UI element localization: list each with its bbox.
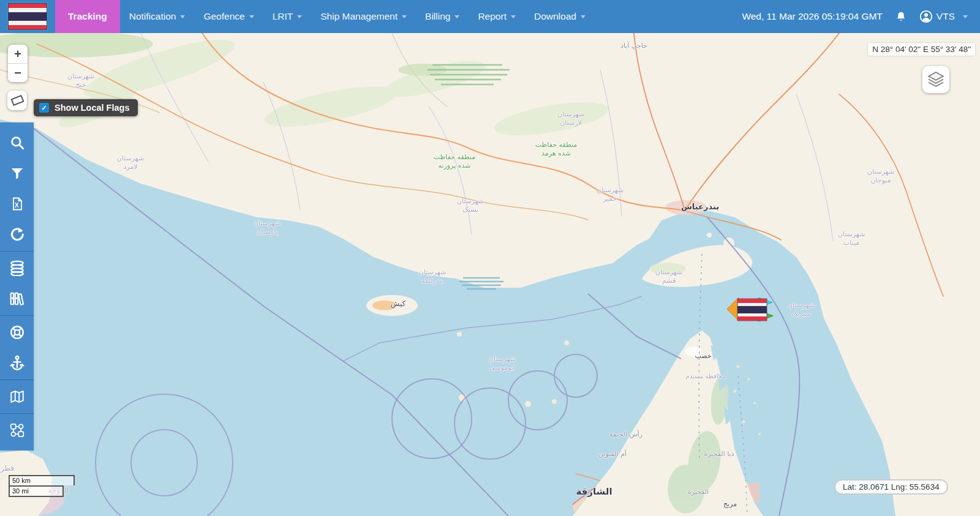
chevron-down-icon	[297, 15, 302, 18]
lifebuoy-icon	[9, 324, 25, 340]
zoom-out-button[interactable]: −	[8, 64, 28, 82]
nav-item-ship-management[interactable]: Ship Management	[311, 0, 416, 33]
ruler-icon	[10, 95, 24, 106]
zoom-in-button[interactable]: +	[8, 45, 28, 64]
nav-item-label: Geofence	[203, 11, 244, 22]
chevron-down-icon	[581, 15, 586, 18]
nav-item-label: LRIT	[273, 11, 293, 22]
layers-button[interactable]	[922, 66, 949, 93]
nav-item-billing[interactable]: Billing	[416, 0, 469, 33]
filter-tool-button[interactable]	[0, 158, 34, 189]
nav-item-download[interactable]: Download	[525, 0, 595, 33]
thailand-flag-logo-icon	[8, 3, 47, 30]
nav-item-geofence[interactable]: Geofence	[194, 0, 263, 33]
chevron-down-icon	[511, 15, 516, 18]
nav-item-label: Billing	[425, 11, 450, 22]
nav-item-label: Tracking	[68, 11, 107, 22]
archive-icon	[9, 291, 25, 307]
map-tool-button[interactable]	[0, 381, 34, 412]
tool-group: X	[0, 126, 34, 251]
nav-item-notification[interactable]: Notification	[120, 0, 195, 33]
map-tools-sidebar: X	[0, 122, 34, 451]
gmt-datetime: Wed, 11 Mar 2026 05:19:04 GMT	[742, 11, 882, 22]
anchor-icon	[9, 355, 25, 371]
scale-control: 50 km 30 mi	[9, 475, 75, 497]
tool-group	[0, 315, 34, 380]
chevron-down-icon	[402, 15, 407, 18]
tool-group	[0, 413, 34, 447]
brand-logo[interactable]	[0, 0, 55, 33]
vessel-marker-thailand[interactable]	[726, 296, 773, 323]
nav-menu: TrackingNotificationGeofenceLRITShip Man…	[55, 0, 595, 33]
thailand-flag-icon	[737, 299, 767, 321]
search-tool-button[interactable]	[0, 127, 34, 158]
chevron-down-icon	[180, 15, 185, 18]
latlng-display: Lat: 28.0671 Lng: 55.5634	[834, 479, 948, 495]
show-local-flags-label: Show Local Flags	[55, 103, 129, 113]
database-layers-icon	[9, 260, 25, 276]
zoom-control: + −	[8, 45, 28, 82]
anchor-tool-button[interactable]	[0, 348, 34, 378]
tracking-map[interactable]: حاجي آبادشهرستان خنجشهرستان لارستانمنطقه…	[0, 33, 980, 516]
user-avatar-icon	[919, 10, 933, 23]
user-menu-button[interactable]: VTS	[919, 10, 968, 23]
refresh-tool-button[interactable]	[0, 219, 34, 250]
nav-item-label: Ship Management	[320, 11, 398, 22]
top-navbar: TrackingNotificationGeofenceLRITShip Man…	[0, 0, 980, 33]
tool-group	[0, 380, 34, 413]
nav-item-label: Download	[534, 11, 576, 22]
map-canvas	[0, 33, 980, 516]
vts-tracking-app: TrackingNotificationGeofenceLRITShip Man…	[0, 0, 980, 516]
nav-item-lrit[interactable]: LRIT	[263, 0, 312, 33]
search-icon	[9, 135, 25, 151]
tool-group	[0, 251, 34, 315]
nav-item-label: Report	[478, 11, 507, 22]
svg-text:X: X	[15, 202, 19, 209]
measure-tool-button[interactable]	[7, 91, 27, 110]
database-layers-tool-button[interactable]	[0, 253, 34, 283]
user-name: VTS	[937, 11, 955, 22]
filter-icon	[10, 166, 24, 181]
nav-item-label: Notification	[129, 11, 176, 22]
layers-icon	[927, 70, 945, 89]
notifications-bell-button[interactable]	[895, 10, 907, 23]
checkbox-checked-icon[interactable]: ✓	[39, 103, 49, 113]
excel-export-icon: X	[10, 196, 24, 211]
map-icon	[9, 389, 25, 405]
excel-export-tool-button[interactable]: X	[0, 189, 34, 219]
integrations-icon	[10, 423, 24, 438]
integrations-tool-button[interactable]	[0, 415, 34, 446]
bell-icon	[895, 10, 907, 23]
archive-tool-button[interactable]	[0, 283, 34, 314]
show-local-flags-toggle: ✓ Show Local Flags	[34, 99, 138, 116]
cursor-coordinates-display: N 28° 04' 02" E 55° 33' 48"	[868, 43, 975, 56]
scale-km: 50 km	[9, 475, 75, 485]
refresh-icon	[9, 226, 25, 242]
chevron-down-icon	[963, 15, 968, 18]
vessel-heading-arrow-left	[727, 297, 739, 321]
nav-item-tracking[interactable]: Tracking	[55, 0, 120, 33]
navbar-right: Wed, 11 Mar 2026 05:19:04 GMT VTS	[742, 0, 980, 33]
scale-mi: 30 mi	[9, 485, 64, 497]
lifebuoy-tool-button[interactable]	[0, 317, 34, 348]
nav-item-report[interactable]: Report	[469, 0, 525, 33]
chevron-down-icon	[249, 15, 254, 18]
chevron-down-icon	[454, 15, 459, 18]
